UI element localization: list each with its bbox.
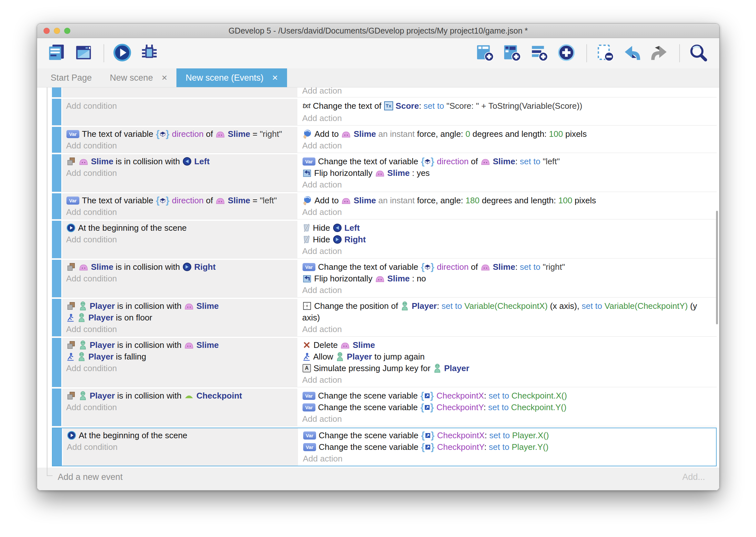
action-line[interactable]: Flip horizontally Slime : no xyxy=(302,273,713,284)
var-badge-icon: Var xyxy=(303,403,316,411)
var-badge-icon: Var xyxy=(66,130,79,138)
condition-line[interactable]: Player is on floor xyxy=(66,312,294,323)
event-row[interactable]: VarThe text of variable {}direction of S… xyxy=(52,127,717,153)
action-line[interactable]: VarChange the scene variable {}Checkpoin… xyxy=(303,430,713,441)
tab-close-icon[interactable]: ✕ xyxy=(161,74,168,82)
text-segment: Slime xyxy=(354,195,376,205)
condition-line[interactable]: VarThe text of variable {}direction of S… xyxy=(66,195,294,206)
text-segment: "left" xyxy=(540,156,560,166)
condition-line[interactable]: At the beginning of the scene xyxy=(66,222,294,234)
event-row[interactable]: At the beginning of the sceneAdd conditi… xyxy=(52,221,717,259)
search-button[interactable] xyxy=(690,44,708,62)
text-segment: is in collision with xyxy=(113,156,182,166)
add-subevent-button[interactable] xyxy=(504,44,522,62)
tab-new-scene[interactable]: New scene✕ xyxy=(101,68,177,87)
tab-start-page[interactable]: Start Page xyxy=(42,68,101,87)
condition-line[interactable]: Slime is in collision with Right xyxy=(66,261,294,273)
condition-line[interactable]: VarThe text of variable {}direction of S… xyxy=(66,128,294,140)
add-new-button[interactable] xyxy=(558,44,577,62)
text-segment: Add to xyxy=(315,195,341,205)
add-more-button[interactable]: Add... xyxy=(682,472,705,482)
action-line[interactable]: VarChange the scene variable {}Checkpoin… xyxy=(302,390,713,401)
event-row[interactable]: Add conditiontxtChange the text of TxSco… xyxy=(52,99,717,126)
tab-new-scene-events[interactable]: New scene (Events)✕ xyxy=(176,68,287,87)
condition-line[interactable]: Player is in collision with Slime xyxy=(66,300,294,312)
text-segment: degrees and length: xyxy=(470,129,549,139)
scene-editor-button[interactable] xyxy=(75,44,94,62)
event-row[interactable]: At the beginning of the sceneAdd conditi… xyxy=(52,428,717,466)
condition-line[interactable]: Slime is in collision with Left xyxy=(66,155,294,167)
event-row[interactable]: Player is in collision with SlimePlayer … xyxy=(52,299,717,337)
add-action-button[interactable]: Add action xyxy=(303,453,713,464)
text-segment: Slime xyxy=(493,156,515,166)
add-action-button[interactable]: Add action xyxy=(302,374,713,386)
event-row[interactable]: Player is in collision with SlimePlayer … xyxy=(52,338,717,387)
action-line[interactable]: VarChange the text of variable {}directi… xyxy=(302,261,713,273)
undo-button[interactable] xyxy=(624,44,642,62)
delete-event-button[interactable] xyxy=(597,44,615,62)
add-condition-button[interactable]: Add condition xyxy=(66,323,294,335)
add-action-button[interactable]: Add action xyxy=(302,323,713,335)
add-condition-button[interactable]: Add condition xyxy=(66,100,294,112)
action-line[interactable]: Add to Slime an instant force, angle: 0 … xyxy=(302,128,713,140)
add-action-button[interactable]: Add action xyxy=(302,112,713,124)
action-line[interactable]: Flip horizontally Slime : yes xyxy=(302,167,713,179)
event-row[interactable]: Player is in collision with CheckpointAd… xyxy=(52,389,717,426)
action-line[interactable]: Delete Slime xyxy=(302,339,713,351)
debugger-button[interactable] xyxy=(141,44,160,62)
action-line[interactable]: txtChange the text of TxScore: set to "S… xyxy=(302,100,713,112)
preview-button[interactable] xyxy=(114,44,132,62)
add-condition-button[interactable]: Add condition xyxy=(66,234,294,245)
add-action-button[interactable]: Add action xyxy=(302,140,713,151)
text-segment: is in collision with xyxy=(113,262,182,272)
player-icon xyxy=(336,352,344,361)
condition-line[interactable]: Player is falling xyxy=(66,351,294,362)
action-line[interactable]: Change the position of Player: set to Va… xyxy=(302,300,713,323)
text-segment: set to xyxy=(488,402,509,412)
add-action-button[interactable]: Add action xyxy=(302,87,713,97)
condition-line[interactable]: Player is in collision with Slime xyxy=(66,339,294,351)
add-event-button[interactable] xyxy=(477,44,495,62)
text-segment: : yes xyxy=(410,168,430,178)
text-segment: set to xyxy=(520,262,541,272)
conditions-cell: Slime is in collision with RightAdd cond… xyxy=(62,260,297,297)
add-action-button[interactable]: Add action xyxy=(302,245,713,257)
tab-close-icon[interactable]: ✕ xyxy=(272,74,278,82)
add-condition-button[interactable]: Add condition xyxy=(67,441,295,453)
redo-button[interactable] xyxy=(651,44,669,62)
action-line[interactable]: Hide Left xyxy=(302,222,713,234)
project-manager-button[interactable] xyxy=(48,44,67,62)
add-action-button[interactable]: Add action xyxy=(302,413,713,425)
slime-icon xyxy=(480,263,490,271)
event-row[interactable]: VarThe text of variable {}direction of S… xyxy=(52,193,717,220)
event-row[interactable]: Slime is in collision with LeftAdd condi… xyxy=(52,154,717,192)
add-condition-button[interactable]: Add condition xyxy=(66,362,294,374)
action-line[interactable]: Add to Slime an instant force, angle: 18… xyxy=(302,195,713,206)
add-condition-button[interactable]: Add condition xyxy=(66,401,294,413)
add-condition-button[interactable]: Add condition xyxy=(66,167,294,179)
scrollbar-thumb[interactable] xyxy=(716,211,718,324)
player-icon xyxy=(79,340,87,350)
add-condition-button[interactable]: Add condition xyxy=(66,206,294,218)
text-segment: Player xyxy=(347,352,372,361)
action-line[interactable]: ASimulate pressing Jump key for Player xyxy=(302,362,713,374)
add-comment-button[interactable] xyxy=(531,44,549,62)
action-line[interactable]: Allow Player to jump again xyxy=(302,351,713,362)
text-segment: Flip horizontally xyxy=(314,274,375,283)
action-line[interactable]: VarChange the scene variable {}Checkpoin… xyxy=(302,401,713,413)
add-condition-button[interactable]: Add condition xyxy=(66,273,294,284)
event-row[interactable]: Slime is in collision with RightAdd cond… xyxy=(52,260,717,298)
add-action-button[interactable]: Add action xyxy=(302,206,713,218)
condition-line[interactable]: Player is in collision with Checkpoint xyxy=(66,390,294,401)
action-line[interactable]: Hide Right xyxy=(302,234,713,245)
action-line[interactable]: VarChange the text of variable {}directi… xyxy=(302,155,713,167)
event-row[interactable]: Add action xyxy=(52,87,717,98)
add-condition-button[interactable]: Add condition xyxy=(66,140,294,151)
add-new-event-button[interactable]: Add a new event xyxy=(58,472,123,482)
action-line[interactable]: VarChange the scene variable {}Checkpoin… xyxy=(303,441,713,453)
condition-line[interactable]: At the beginning of the scene xyxy=(67,430,295,441)
add-action-button[interactable]: Add action xyxy=(302,179,713,190)
conditions-cell: At the beginning of the sceneAdd conditi… xyxy=(63,428,298,466)
text-segment: CheckpointY xyxy=(437,442,484,452)
add-action-button[interactable]: Add action xyxy=(302,284,713,296)
